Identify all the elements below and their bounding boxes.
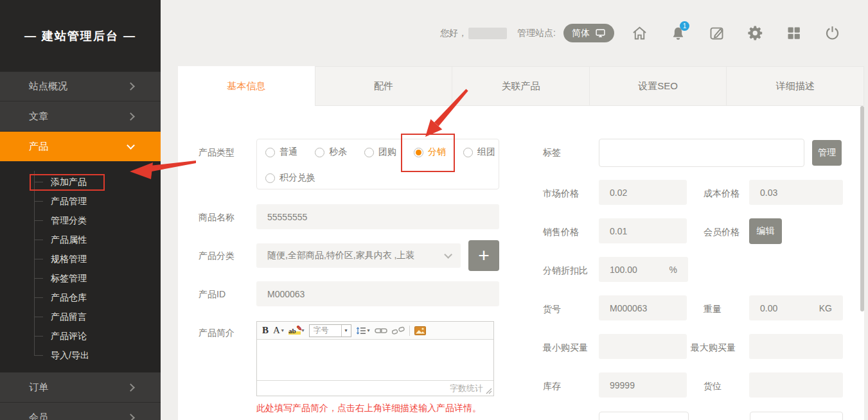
radio-icon bbox=[315, 148, 324, 157]
radio-team[interactable]: 组团 bbox=[463, 146, 495, 158]
tab-bar: 基本信息 配件 关联产品 设置SEO 详细描述 bbox=[178, 66, 864, 106]
subitem-label: 产品评论 bbox=[51, 331, 87, 341]
tab-detailed-description[interactable]: 详细描述 bbox=[727, 66, 864, 106]
product-id-label: 产品ID bbox=[199, 289, 226, 301]
logout-power-icon[interactable] bbox=[824, 24, 841, 42]
product-name-label: 商品名称 bbox=[199, 212, 235, 223]
product-category-value: 随便,全部商品,特价区,家具内衣 ,上装 bbox=[267, 250, 414, 261]
toolbar-divider bbox=[409, 326, 410, 336]
product-category-label: 产品分类 bbox=[199, 250, 235, 262]
sidebar-item-articles[interactable]: 文章 bbox=[0, 101, 161, 132]
sidebar-subitem-tag-manage[interactable]: 标签管理 bbox=[0, 268, 161, 288]
radio-group-buy[interactable]: 团购 bbox=[364, 146, 396, 158]
partial-input-left[interactable] bbox=[599, 412, 689, 420]
product-category-select[interactable]: 随便,全部商品,特价区,家具内衣 ,上装 bbox=[256, 243, 461, 268]
edit-icon[interactable] bbox=[708, 24, 725, 42]
sale-price-value: 0.01 bbox=[610, 226, 627, 236]
subitem-label: 产品管理 bbox=[51, 196, 87, 206]
cost-price-label: 成本价格 bbox=[704, 188, 740, 200]
font-color-icon[interactable]: A▾ bbox=[273, 325, 284, 336]
home-icon[interactable] bbox=[631, 24, 648, 42]
min-purchase-input[interactable] bbox=[599, 334, 687, 359]
tag-manage-button[interactable]: 管理 bbox=[812, 140, 842, 166]
line-height-icon[interactable]: ▾ bbox=[356, 326, 370, 335]
member-price-label: 会员价格 bbox=[704, 227, 740, 238]
sidebar-subitem-product-attrs[interactable]: 产品属性 bbox=[0, 230, 161, 249]
distribution-discount-input[interactable]: 100.00 % bbox=[599, 257, 688, 282]
tab-related-products[interactable]: 关联产品 bbox=[452, 66, 590, 106]
manage-site-label: 管理站点: bbox=[517, 28, 556, 39]
member-price-edit-button[interactable]: 编辑 bbox=[749, 218, 782, 244]
unlink-icon[interactable] bbox=[392, 326, 405, 335]
item-no-input[interactable]: M000063 bbox=[599, 295, 687, 320]
annotation-arrow-to-distribution bbox=[418, 85, 472, 140]
kg-suffix: KG bbox=[819, 303, 832, 313]
sidebar-item-members[interactable]: 会员 bbox=[0, 403, 161, 420]
rich-text-editor: B A▾ ab▾ 字号 ▾ ▾ bbox=[256, 321, 494, 396]
cost-price-input[interactable]: 0.03 bbox=[749, 180, 843, 205]
item-no-value: M000063 bbox=[610, 303, 647, 313]
sidebar-item-label: 产品 bbox=[29, 141, 48, 153]
vertical-scrollbar[interactable] bbox=[860, 106, 864, 311]
editor-text-area[interactable] bbox=[257, 340, 493, 380]
chevron-down-icon bbox=[127, 141, 135, 150]
radio-label: 组团 bbox=[477, 146, 495, 158]
subitem-label: 导入/导出 bbox=[51, 350, 89, 360]
tab-basic-info[interactable]: 基本信息 bbox=[178, 66, 315, 106]
weight-input[interactable]: 0.00 KG bbox=[749, 295, 843, 320]
sidebar-subitem-product-manage[interactable]: 产品管理 bbox=[0, 191, 161, 211]
apps-grid-icon[interactable] bbox=[785, 24, 802, 42]
insert-image-icon[interactable] bbox=[414, 326, 426, 335]
product-id-input[interactable]: M000063 bbox=[256, 281, 499, 306]
subitem-label: 规格管理 bbox=[51, 254, 87, 264]
location-input[interactable] bbox=[749, 372, 843, 398]
distribution-discount-label: 分销折扣比 bbox=[543, 265, 588, 277]
sidebar-subitem-warehouse[interactable]: 产品仓库 bbox=[0, 288, 161, 307]
stock-input[interactable]: 99999 bbox=[599, 372, 687, 398]
bold-icon[interactable]: B bbox=[262, 325, 269, 336]
language-site-button[interactable]: 简体 bbox=[563, 24, 614, 42]
radio-label: 秒杀 bbox=[329, 146, 347, 158]
annotation-arrow-to-add-product bbox=[128, 154, 199, 183]
weight-label: 重量 bbox=[704, 304, 722, 315]
sidebar-item-orders[interactable]: 订单 bbox=[0, 372, 161, 403]
editor-status-bar: 字数统计 bbox=[257, 380, 493, 396]
market-price-value: 0.02 bbox=[610, 188, 627, 198]
radio-normal[interactable]: 普通 bbox=[265, 146, 297, 158]
market-price-input[interactable]: 0.02 bbox=[599, 180, 687, 205]
stock-label: 库存 bbox=[543, 381, 561, 392]
tag-input[interactable] bbox=[599, 139, 804, 167]
add-category-button[interactable]: + bbox=[468, 240, 499, 271]
sale-price-label: 销售价格 bbox=[543, 227, 579, 238]
sidebar-subitem-reviews[interactable]: 产品评论 bbox=[0, 326, 161, 346]
intro-hint-text: 此处填写产品简介，点击右上角详细描述输入产品详情。 bbox=[256, 403, 481, 414]
max-purchase-input[interactable] bbox=[749, 334, 843, 359]
link-icon[interactable] bbox=[375, 327, 387, 335]
language-label: 简体 bbox=[572, 28, 590, 39]
font-size-select[interactable]: 字号 ▾ bbox=[309, 324, 351, 337]
radio-label: 团购 bbox=[378, 146, 396, 158]
sidebar-subitem-import-export[interactable]: 导入/导出 bbox=[0, 346, 161, 365]
settings-gear-icon[interactable] bbox=[747, 24, 764, 42]
editor-toolbar: B A▾ ab▾ 字号 ▾ ▾ bbox=[257, 322, 493, 340]
percent-suffix: % bbox=[669, 265, 677, 275]
tag-label: 标签 bbox=[543, 147, 561, 159]
radio-icon bbox=[364, 148, 374, 157]
sidebar-item-site-overview[interactable]: 站点概况 bbox=[0, 71, 161, 101]
radio-flash-sale[interactable]: 秒杀 bbox=[315, 146, 347, 158]
partial-input-right[interactable] bbox=[750, 412, 843, 420]
product-name-input[interactable]: 55555555 bbox=[256, 204, 499, 229]
sidebar-subitem-category-manage[interactable]: 管理分类 bbox=[0, 211, 161, 230]
radio-label: 积分兑换 bbox=[279, 172, 315, 184]
sale-price-input[interactable]: 0.01 bbox=[599, 218, 687, 243]
highlight-icon[interactable]: ab▾ bbox=[288, 327, 305, 335]
sidebar-subitem-messages[interactable]: 产品留言 bbox=[0, 307, 161, 326]
sidebar-subitem-spec-manage[interactable]: 规格管理 bbox=[0, 249, 161, 268]
sidebar-item-label: 站点概况 bbox=[29, 80, 67, 92]
radio-label: 普通 bbox=[279, 146, 297, 158]
chevron-right-icon bbox=[127, 383, 135, 392]
resize-grip-icon[interactable] bbox=[486, 388, 492, 394]
tab-seo-settings[interactable]: 设置SEO bbox=[590, 66, 727, 106]
radio-points-exchange[interactable]: 积分兑换 bbox=[265, 172, 315, 184]
notifications-bell-icon[interactable]: 1 bbox=[669, 24, 687, 42]
